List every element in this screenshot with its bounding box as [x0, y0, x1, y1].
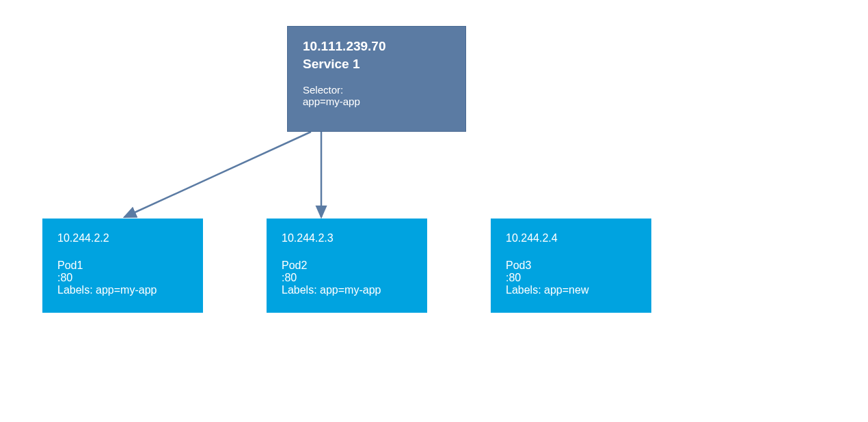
pod-name: Pod2 — [282, 259, 412, 272]
pod-box-3: 10.244.2.4 Pod3 :80 Labels: app=new — [491, 219, 651, 313]
pod-name: Pod3 — [506, 259, 636, 272]
service-selector-value: app=my-app — [303, 96, 450, 107]
pod-name: Pod1 — [57, 259, 188, 272]
arrow-to-pod1 — [124, 132, 311, 217]
pod-port: :80 — [506, 272, 636, 284]
pod-box-1: 10.244.2.2 Pod1 :80 Labels: app=my-app — [42, 219, 203, 313]
pod-box-2: 10.244.2.3 Pod2 :80 Labels: app=my-app — [267, 219, 427, 313]
pod-labels: Labels: app=my-app — [282, 284, 412, 296]
pod-ip: 10.244.2.4 — [506, 232, 636, 244]
service-name: Service 1 — [303, 57, 450, 72]
service-ip: 10.111.239.70 — [303, 39, 450, 54]
pod-ip: 10.244.2.3 — [282, 232, 412, 244]
service-selector-label: Selector: — [303, 84, 450, 96]
pod-labels: Labels: app=new — [506, 284, 636, 296]
pod-labels: Labels: app=my-app — [57, 284, 188, 296]
pod-port: :80 — [57, 272, 188, 284]
pod-port: :80 — [282, 272, 412, 284]
pod-ip: 10.244.2.2 — [57, 232, 188, 244]
service-box: 10.111.239.70 Service 1 Selector: app=my… — [287, 26, 466, 132]
